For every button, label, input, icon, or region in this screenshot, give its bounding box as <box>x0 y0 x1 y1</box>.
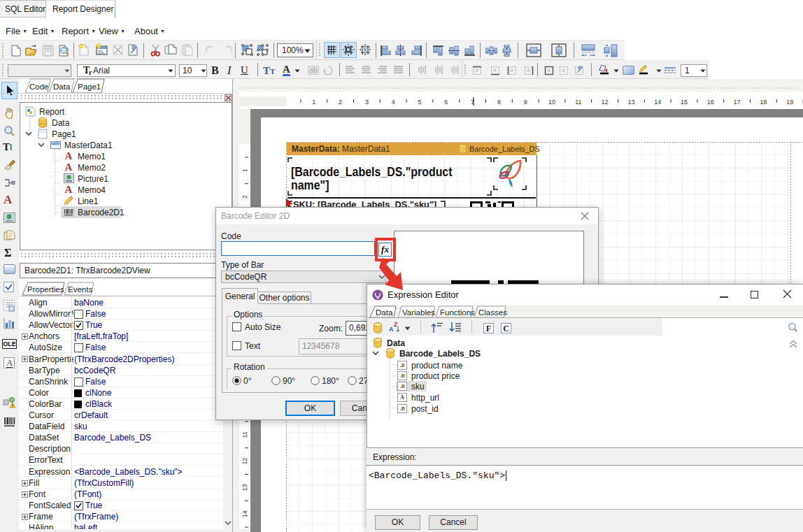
svg-text:3: 3 <box>365 99 369 106</box>
svg-text:12: 12 <box>602 99 609 106</box>
svg-text:10: 10 <box>548 99 555 106</box>
svg-text:Properties: Properties <box>27 285 64 294</box>
svg-text:Data: Data <box>376 308 393 317</box>
svg-text:Classes: Classes <box>478 308 507 317</box>
svg-text:14: 14 <box>654 99 661 106</box>
svg-text:Events: Events <box>68 285 92 294</box>
svg-text:13: 13 <box>241 484 248 491</box>
svg-text:18: 18 <box>760 99 767 106</box>
svg-text:8: 8 <box>497 99 501 106</box>
svg-text:Variables: Variables <box>402 308 435 317</box>
svg-text:11: 11 <box>575 99 581 106</box>
svg-text:Functions: Functions <box>440 308 475 317</box>
svg-text:19: 19 <box>786 99 793 106</box>
svg-text:16: 16 <box>707 99 714 106</box>
svg-text:Code: Code <box>29 82 49 91</box>
svg-text:6: 6 <box>444 99 448 106</box>
svg-text:5: 5 <box>418 99 421 106</box>
svg-text:11: 11 <box>241 431 248 438</box>
svg-text:1: 1 <box>312 99 315 106</box>
svg-text:Data: Data <box>53 82 71 91</box>
svg-text:12: 12 <box>241 458 248 465</box>
svg-text:2: 2 <box>339 99 342 106</box>
svg-text:14: 14 <box>241 510 248 517</box>
svg-text:9: 9 <box>524 99 527 106</box>
svg-text:17: 17 <box>734 99 741 106</box>
svg-text:15: 15 <box>681 99 688 106</box>
svg-text:Page1: Page1 <box>78 82 101 91</box>
svg-text:4: 4 <box>392 99 395 106</box>
svg-text:1: 1 <box>241 168 248 172</box>
svg-text:2: 2 <box>241 195 248 199</box>
svg-text:13: 13 <box>627 99 634 106</box>
